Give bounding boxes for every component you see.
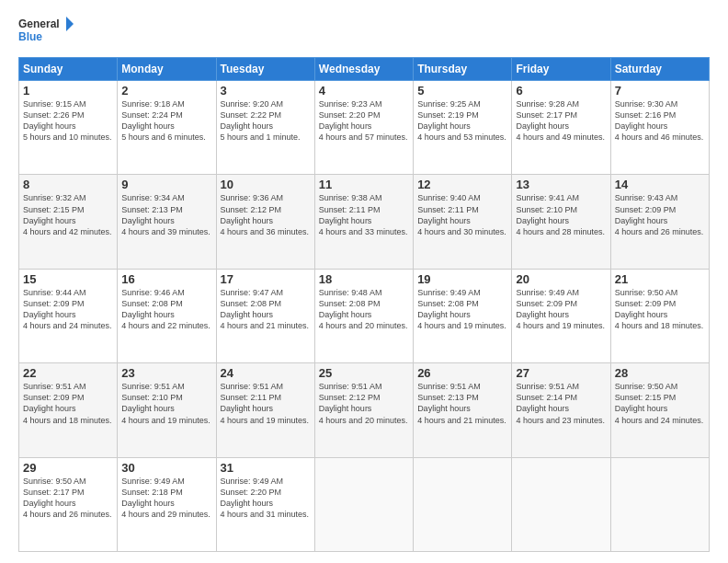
day-info: Sunrise: 9:49 AMSunset: 2:20 PMDaylight … xyxy=(221,477,310,519)
day-number: 31 xyxy=(221,461,311,475)
table-row xyxy=(610,457,709,551)
day-number: 25 xyxy=(319,366,409,380)
table-row: 17Sunrise: 9:47 AMSunset: 2:08 PMDayligh… xyxy=(216,269,314,362)
day-number: 20 xyxy=(516,272,606,286)
day-number: 28 xyxy=(615,366,705,380)
calendar-week-row: 15Sunrise: 9:44 AMSunset: 2:09 PMDayligh… xyxy=(19,269,710,362)
day-info: Sunrise: 9:50 AMSunset: 2:15 PMDaylight … xyxy=(615,382,704,424)
day-number: 2 xyxy=(121,84,211,98)
table-row: 7Sunrise: 9:30 AMSunset: 2:16 PMDaylight… xyxy=(610,81,709,175)
logo-svg: General Blue xyxy=(18,15,74,48)
day-number: 13 xyxy=(516,178,606,191)
day-info: Sunrise: 9:51 AMSunset: 2:10 PMDaylight … xyxy=(121,382,210,424)
table-row: 25Sunrise: 9:51 AMSunset: 2:12 PMDayligh… xyxy=(314,363,413,457)
header: General Blue xyxy=(18,15,710,48)
table-row: 12Sunrise: 9:40 AMSunset: 2:11 PMDayligh… xyxy=(414,175,512,269)
day-number: 23 xyxy=(121,366,211,380)
day-info: Sunrise: 9:50 AMSunset: 2:09 PMDaylight … xyxy=(615,288,704,330)
table-row xyxy=(314,457,413,551)
day-number: 12 xyxy=(417,178,507,191)
day-info: Sunrise: 9:23 AMSunset: 2:20 PMDaylight … xyxy=(319,99,408,142)
day-info: Sunrise: 9:28 AMSunset: 2:17 PMDaylight … xyxy=(516,99,605,142)
day-info: Sunrise: 9:44 AMSunset: 2:09 PMDaylight … xyxy=(23,288,112,330)
day-info: Sunrise: 9:49 AMSunset: 2:09 PMDaylight … xyxy=(516,288,605,330)
table-row: 5Sunrise: 9:25 AMSunset: 2:19 PMDaylight… xyxy=(414,81,512,175)
day-info: Sunrise: 9:50 AMSunset: 2:17 PMDaylight … xyxy=(23,477,112,519)
calendar-header-monday: Monday xyxy=(118,58,216,81)
day-info: Sunrise: 9:51 AMSunset: 2:11 PMDaylight … xyxy=(221,382,310,424)
table-row xyxy=(512,457,610,551)
calendar-header-wednesday: Wednesday xyxy=(314,58,413,81)
day-info: Sunrise: 9:36 AMSunset: 2:12 PMDaylight … xyxy=(221,193,310,236)
table-row: 8Sunrise: 9:32 AMSunset: 2:15 PMDaylight… xyxy=(19,175,118,269)
table-row: 26Sunrise: 9:51 AMSunset: 2:13 PMDayligh… xyxy=(414,363,512,457)
table-row: 13Sunrise: 9:41 AMSunset: 2:10 PMDayligh… xyxy=(512,175,610,269)
day-info: Sunrise: 9:40 AMSunset: 2:11 PMDaylight … xyxy=(417,193,506,236)
day-info: Sunrise: 9:34 AMSunset: 2:13 PMDaylight … xyxy=(121,193,210,236)
table-row: 19Sunrise: 9:49 AMSunset: 2:08 PMDayligh… xyxy=(414,269,512,362)
calendar-week-row: 8Sunrise: 9:32 AMSunset: 2:15 PMDaylight… xyxy=(19,175,710,269)
table-row: 2Sunrise: 9:18 AMSunset: 2:24 PMDaylight… xyxy=(118,81,216,175)
table-row: 10Sunrise: 9:36 AMSunset: 2:12 PMDayligh… xyxy=(216,175,314,269)
day-info: Sunrise: 9:46 AMSunset: 2:08 PMDaylight … xyxy=(121,288,210,330)
day-number: 3 xyxy=(221,84,311,98)
day-number: 16 xyxy=(121,272,211,286)
table-row: 24Sunrise: 9:51 AMSunset: 2:11 PMDayligh… xyxy=(216,363,314,457)
day-number: 11 xyxy=(319,178,409,191)
day-info: Sunrise: 9:25 AMSunset: 2:19 PMDaylight … xyxy=(417,99,506,142)
calendar-table: SundayMondayTuesdayWednesdayThursdayFrid… xyxy=(18,57,710,552)
day-number: 21 xyxy=(615,272,705,286)
day-number: 18 xyxy=(319,272,409,286)
day-info: Sunrise: 9:51 AMSunset: 2:13 PMDaylight … xyxy=(417,382,506,424)
calendar-header-thursday: Thursday xyxy=(414,58,512,81)
day-number: 1 xyxy=(23,84,113,98)
table-row: 20Sunrise: 9:49 AMSunset: 2:09 PMDayligh… xyxy=(512,269,610,362)
day-info: Sunrise: 9:49 AMSunset: 2:18 PMDaylight … xyxy=(121,477,210,519)
table-row: 22Sunrise: 9:51 AMSunset: 2:09 PMDayligh… xyxy=(19,363,118,457)
table-row: 3Sunrise: 9:20 AMSunset: 2:22 PMDaylight… xyxy=(216,81,314,175)
day-number: 4 xyxy=(319,84,409,98)
table-row: 23Sunrise: 9:51 AMSunset: 2:10 PMDayligh… xyxy=(118,363,216,457)
day-info: Sunrise: 9:30 AMSunset: 2:16 PMDaylight … xyxy=(615,99,704,142)
table-row: 15Sunrise: 9:44 AMSunset: 2:09 PMDayligh… xyxy=(19,269,118,362)
day-info: Sunrise: 9:47 AMSunset: 2:08 PMDaylight … xyxy=(221,288,310,330)
svg-marker-2 xyxy=(66,17,74,31)
day-number: 29 xyxy=(23,461,113,475)
table-row: 1Sunrise: 9:15 AMSunset: 2:26 PMDaylight… xyxy=(19,81,118,175)
day-number: 7 xyxy=(615,84,705,98)
day-number: 30 xyxy=(121,461,211,475)
day-info: Sunrise: 9:41 AMSunset: 2:10 PMDaylight … xyxy=(516,193,605,236)
calendar-week-row: 29Sunrise: 9:50 AMSunset: 2:17 PMDayligh… xyxy=(19,457,710,551)
calendar-week-row: 1Sunrise: 9:15 AMSunset: 2:26 PMDaylight… xyxy=(19,81,710,175)
day-info: Sunrise: 9:20 AMSunset: 2:22 PMDaylight … xyxy=(221,99,301,142)
table-row: 27Sunrise: 9:51 AMSunset: 2:14 PMDayligh… xyxy=(512,363,610,457)
day-number: 15 xyxy=(23,272,113,286)
calendar-header-friday: Friday xyxy=(512,58,610,81)
calendar-header-saturday: Saturday xyxy=(610,58,709,81)
calendar-header-row: SundayMondayTuesdayWednesdayThursdayFrid… xyxy=(19,58,710,81)
day-number: 27 xyxy=(516,366,606,380)
day-info: Sunrise: 9:38 AMSunset: 2:11 PMDaylight … xyxy=(319,193,408,236)
day-number: 24 xyxy=(221,366,311,380)
day-info: Sunrise: 9:51 AMSunset: 2:14 PMDaylight … xyxy=(516,382,605,424)
table-row: 29Sunrise: 9:50 AMSunset: 2:17 PMDayligh… xyxy=(19,457,118,551)
day-number: 5 xyxy=(417,84,507,98)
day-info: Sunrise: 9:32 AMSunset: 2:15 PMDaylight … xyxy=(23,193,112,236)
day-info: Sunrise: 9:49 AMSunset: 2:08 PMDaylight … xyxy=(417,288,506,330)
day-number: 17 xyxy=(221,272,311,286)
day-number: 22 xyxy=(23,366,113,380)
svg-text:Blue: Blue xyxy=(18,30,42,43)
table-row: 30Sunrise: 9:49 AMSunset: 2:18 PMDayligh… xyxy=(118,457,216,551)
table-row: 31Sunrise: 9:49 AMSunset: 2:20 PMDayligh… xyxy=(216,457,314,551)
table-row: 9Sunrise: 9:34 AMSunset: 2:13 PMDaylight… xyxy=(118,175,216,269)
logo: General Blue xyxy=(18,15,74,48)
day-number: 6 xyxy=(516,84,606,98)
calendar-header-sunday: Sunday xyxy=(19,58,118,81)
table-row: 18Sunrise: 9:48 AMSunset: 2:08 PMDayligh… xyxy=(314,269,413,362)
day-number: 8 xyxy=(23,178,113,191)
day-info: Sunrise: 9:18 AMSunset: 2:24 PMDaylight … xyxy=(121,99,206,142)
table-row: 16Sunrise: 9:46 AMSunset: 2:08 PMDayligh… xyxy=(118,269,216,362)
calendar-header-tuesday: Tuesday xyxy=(216,58,314,81)
day-number: 9 xyxy=(121,178,211,191)
day-info: Sunrise: 9:15 AMSunset: 2:26 PMDaylight … xyxy=(23,99,112,142)
